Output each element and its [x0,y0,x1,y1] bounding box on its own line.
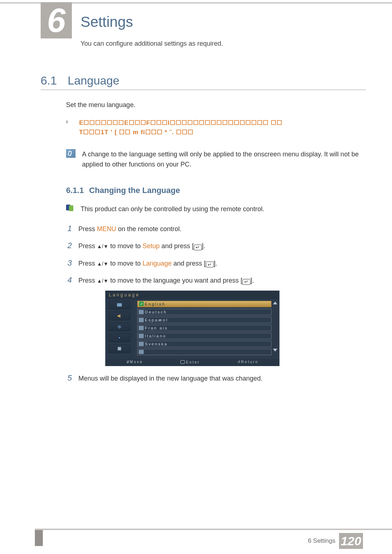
osd-item-chip [139,334,144,338]
osd-scroll-up-icon[interactable] [273,301,277,304]
hint-icon [66,204,75,212]
note-text: A change to the language setting will on… [82,149,366,170]
step-text: Press ▲/▼ to move to the language you wa… [78,275,254,286]
osd-item[interactable]: Svenska [137,341,271,347]
subsection-heading: 6.1.1 Changing the Language [66,186,366,195]
step-number: 5 [66,371,72,385]
osd-main: ✓English Deutsch Espaæol Fran ais Italia… [134,299,279,359]
callout-bullet: z [66,118,71,124]
setup-keyword: Setup [143,242,160,250]
note-icon [66,149,75,158]
osd-side-icon-multi [109,333,130,342]
section-underline [41,90,366,90]
page-number-badge: 120 [339,533,363,549]
step-text: Press MENU on the remote control. [78,223,181,235]
updown-icon: ▲/▼ [97,278,109,284]
hint-text: This product can only be controlled by u… [81,204,264,214]
menu-keyword: MENU [97,225,116,233]
enter-icon [194,245,202,250]
section-title: Language [68,74,119,87]
step-number: 1 [66,222,72,235]
section-intro: Set the menu language. [66,100,366,110]
step-3: 3 Press ▲/▼ to move to Language and pres… [66,256,366,270]
step-4: 4 Press ▲/▼ to move to the language you … [66,273,366,287]
osd-item-label: English [145,302,166,306]
language-keyword: Language [143,260,172,267]
updown-icon: ▲/▼ [97,243,109,249]
osd-scroll-down-icon[interactable] [273,349,277,352]
osd-item-label: Fran ais [145,326,168,330]
note-row: A change to the language setting will on… [66,149,366,170]
osd-item-selected[interactable]: ✓English [137,301,271,307]
check-icon: ✓ [139,301,144,306]
step-number: 3 [66,256,72,270]
updown-icon: ▲/▼ [97,261,109,267]
osd-title: Language [105,291,279,299]
osd-item-chip [139,326,144,330]
step-number: 4 [66,273,72,287]
osd-side-icon-setup [109,323,130,331]
callout-text: E☐☐☐☐☐☐☐E☐☐☐F☐☐☐I☐☐☐☐☐☐☐☐☐☐☐☐☐☐☐☐☐ ☐☐ T☐… [79,118,282,138]
osd-menu: Language ✓English Deutsch Espaæol Fran a… [105,291,279,366]
footer-chapter-label: 6 Settings [308,537,335,545]
osd-item-label: Deutsch [145,310,167,314]
chapter-header: 6 Settings You can configure additional … [0,0,392,51]
hint-row: This product can only be controlled by u… [66,204,366,214]
osd-footer-return: Return [237,360,258,364]
osd-footer: Move Enter Return [105,359,279,366]
osd-item-chip [139,342,144,346]
osd-item-label: Espaæol [145,318,168,322]
content-area: 6.1 Language Set the menu language. z E☐… [41,74,366,388]
osd-item[interactable]: Fran ais [137,325,271,331]
osd-item[interactable]: Italiano [137,333,271,339]
step-1: 1 Press MENU on the remote control. [66,222,366,235]
chapter-number-badge: 6 [41,2,72,38]
chapter-number: 6 [47,4,65,37]
step-text: Press ▲/▼ to move to Setup and press []. [78,241,205,252]
enter-icon [206,262,214,267]
osd-item[interactable]: Deutsch [137,309,271,315]
enter-icon [180,360,185,364]
osd-side-icon-picture [109,301,130,309]
osd-item-blank [137,349,271,355]
svg-point-4 [119,337,120,338]
footer-rule [35,529,392,530]
svg-marker-1 [118,314,121,318]
footer-tab [35,530,43,546]
svg-rect-0 [117,303,122,306]
osd-side-icon-info [109,344,130,353]
chapter-title: Settings [81,14,133,30]
subsection-title: Changing the Language [89,186,180,195]
osd-sidebar [105,299,134,359]
osd-item-chip [139,318,144,322]
page-footer: 6 Settings 120 [0,529,392,554]
chapter-subtitle: You can configure additional settings as… [81,40,223,48]
osd-item[interactable]: Espaæol [137,317,271,323]
svg-rect-5 [118,347,121,350]
osd-item-chip [139,350,144,354]
enter-icon [242,279,250,285]
svg-point-2 [118,325,121,328]
callout-line1: E☐☐☐☐☐☐☐E☐☐☐F☐☐☐I☐☐☐☐☐☐☐☐☐☐☐☐☐☐☐☐☐ ☐☐ [79,118,282,128]
osd-item-label: Svenska [145,342,168,346]
osd-footer-move: Move [126,360,143,364]
step-text: Press ▲/▼ to move to Language and press … [78,258,217,269]
step-text: Menus will be displayed in the new langu… [78,373,262,384]
osd-body: ✓English Deutsch Espaæol Fran ais Italia… [105,299,279,359]
step-5: 5 Menus will be displayed in the new lan… [66,371,366,385]
osd-item-label: Italiano [145,334,166,338]
callout-row: z E☐☐☐☐☐☐☐E☐☐☐F☐☐☐I☐☐☐☐☐☐☐☐☐☐☐☐☐☐☐☐☐ ☐☐ … [66,118,366,138]
section-heading: 6.1 Language [41,74,366,90]
step-2: 2 Press ▲/▼ to move to Setup and press [… [66,239,366,252]
step-number: 2 [66,239,72,252]
section-number: 6.1 [41,74,66,87]
osd-side-icon-sound [109,312,130,320]
callout-line2: T☐☐☐1T ' [ ☐☐ m fi☐☐☐ ª ˜. ☐☐☐ [79,128,282,137]
steps-list: 1 Press MENU on the remote control. 2 Pr… [66,222,366,385]
subsection-number: 6.1.1 [66,186,84,195]
osd-footer-enter: Enter [180,360,200,364]
osd-item-chip [139,310,144,314]
